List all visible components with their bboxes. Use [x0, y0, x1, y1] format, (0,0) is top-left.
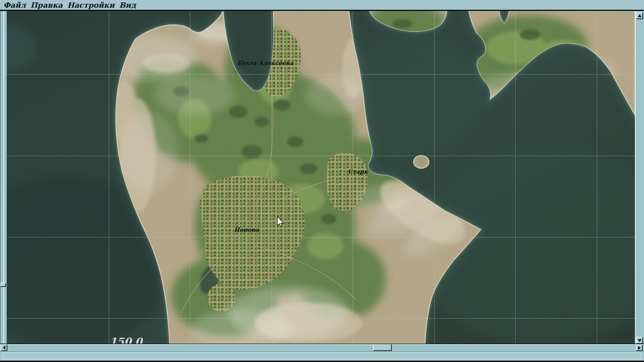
scrollbar-highlight-line	[0, 344, 644, 345]
up-arrow-icon[interactable]	[636, 12, 643, 19]
menu-bar: Файл Правка Настройки Вид	[0, 0, 644, 10]
status-bar	[0, 351, 644, 361]
menu-item-view[interactable]: Вид	[118, 1, 137, 9]
horizontal-scroll-thumb[interactable]	[373, 344, 392, 351]
vertical-scrollbar-right[interactable]	[635, 11, 644, 344]
map-canvas[interactable]: Бухта Алексеева Старк Попова 150.0	[7, 11, 635, 344]
map-label-stark: Старк	[348, 168, 368, 175]
map-label-popova: Попова	[234, 226, 259, 233]
status-panel	[3, 353, 641, 359]
vertical-scrollbar-left[interactable]	[0, 11, 7, 344]
up-arrow-glyph	[638, 14, 642, 17]
left-arrow-icon[interactable]	[1, 344, 7, 351]
left-arrow-glyph	[3, 346, 5, 350]
down-arrow-icon[interactable]	[636, 337, 643, 344]
map-label-bay: Бухта Алексеева	[237, 60, 294, 66]
window-bottom-edge	[0, 361, 644, 362]
menu-item-edit[interactable]: Правка	[30, 1, 63, 9]
menu-item-settings[interactable]: Настройки	[67, 1, 115, 9]
scale-readout: 150.0	[110, 336, 144, 344]
menu-item-file[interactable]: Файл	[3, 1, 26, 9]
scrollbar-highlight-line	[3, 11, 4, 344]
right-arrow-glyph	[638, 346, 641, 350]
right-arrow-icon[interactable]	[636, 345, 643, 351]
vertical-scroll-thumb[interactable]	[0, 283, 6, 287]
horizontal-scrollbar[interactable]	[0, 344, 644, 351]
down-arrow-glyph	[638, 339, 642, 342]
